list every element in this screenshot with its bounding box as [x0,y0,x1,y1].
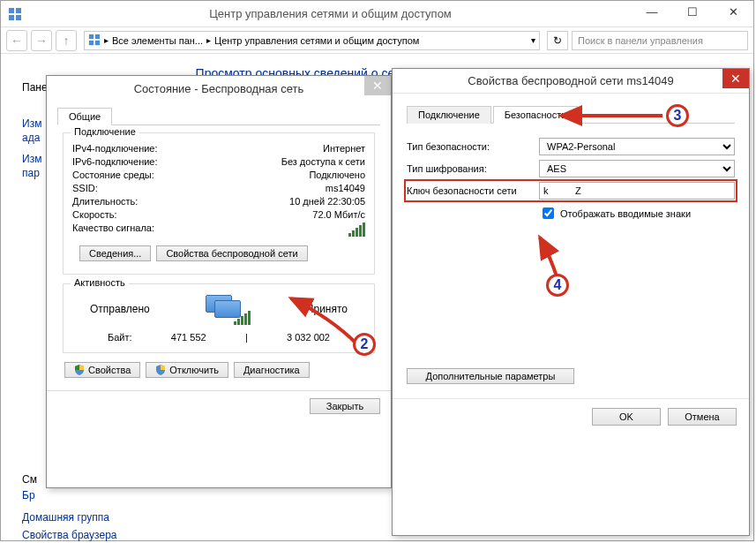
status-close-button[interactable]: ✕ [364,76,391,95]
cancel-button[interactable]: Отмена [668,408,737,426]
ipv4-value: Интернет [323,143,365,154]
sent-bytes: 471 552 [171,332,206,343]
signal-label: Качество сигнала: [72,222,154,237]
tab-connection[interactable]: Подключение [407,106,491,124]
svg-rect-7 [95,40,100,44]
svg-rect-5 [95,34,100,38]
connection-group: Подключение IPv4-подключение:Интернет IP… [63,132,375,275]
breadcrumb-icon [88,34,101,48]
annotation-2: 2 [353,333,376,356]
maximize-button[interactable]: ☐ [672,3,713,20]
window-title: Центр управления сетями и общим доступом [29,7,632,20]
ipv6-value: Без доступа к сети [281,156,365,167]
sent-label: Отправлено [90,303,150,315]
ssid-value: ms14049 [326,183,365,193]
browser-props-link[interactable]: Свойства браузера [22,529,117,541]
sec-type-select[interactable]: WPA2-Personal [539,138,735,155]
breadcrumb-part2[interactable]: Центр управления сетями и общим доступом [214,35,419,46]
back-button[interactable]: ← [6,30,27,51]
homegroup-link[interactable]: Домашняя группа [22,511,109,524]
partial-label-3[interactable]: ада [22,132,40,144]
search-input[interactable]: Поиск в панели управления [572,31,748,50]
activity-group-label: Активность [71,277,129,288]
show-chars-checkbox[interactable] [543,207,554,219]
activity-icon [206,295,251,323]
partial-label-2[interactable]: Изм [22,117,41,130]
ssid-label: SSID: [72,183,98,193]
duration-value: 10 дней 22:30:05 [289,196,365,207]
toolbar: ← → ↑ ▸ Все элементы пан... ▸ Центр упра… [1,27,753,54]
svg-rect-0 [9,8,14,13]
breadcrumb[interactable]: ▸ Все элементы пан... ▸ Центр управления… [84,31,540,50]
partial-label-7[interactable]: Бр [22,489,35,502]
partial-label-6: См [22,473,37,486]
media-label: Состояние среды: [72,170,154,180]
duration-label: Длительность: [72,196,138,207]
bytes-label: Байт: [108,332,132,343]
svg-rect-4 [89,34,94,38]
titlebar: Центр управления сетями и общим доступом… [1,1,753,27]
props-close-button[interactable]: ✕ [722,69,749,88]
ok-button[interactable]: OK [592,408,661,426]
annotation-4: 4 [546,274,569,297]
svg-rect-1 [16,8,21,13]
shield-icon [155,365,166,375]
svg-rect-2 [9,15,14,20]
speed-label: Скорость: [72,209,117,220]
enc-type-label: Тип шифрования: [407,163,539,174]
connection-group-label: Подключение [71,126,139,137]
close-button[interactable]: ✕ [713,3,753,20]
refresh-button[interactable]: ↻ [547,31,568,50]
signal-icon [348,222,365,237]
annotation-3: 3 [666,104,689,127]
media-value: Подключено [309,170,365,180]
enc-type-select[interactable]: AES [539,160,735,177]
forward-button[interactable]: → [31,30,52,51]
tab-general[interactable]: Общие [57,108,112,125]
arrow-3 [552,105,667,132]
properties-button[interactable]: Свойства [64,362,140,378]
app-icon [8,7,22,21]
wifi-props-dialog: Свойства беспроводной сети ms14049 ✕ Под… [392,68,750,536]
breadcrumb-part1[interactable]: Все элементы пан... [112,35,203,46]
svg-rect-6 [89,40,94,44]
status-dialog-title: Состояние - Беспроводная сеть ✕ [47,76,391,101]
ipv6-label: IPv6-подключение: [72,156,158,167]
partial-label-5[interactable]: пар [22,167,40,179]
close-dialog-button[interactable]: Закрыть [310,398,380,414]
details-button[interactable]: Сведения... [79,245,151,261]
partial-label-4[interactable]: Изм [22,153,41,165]
minimize-button[interactable]: — [632,3,672,20]
shield-icon [74,365,85,375]
wifi-props-button[interactable]: Свойства беспроводной сети [156,245,307,261]
diagnose-button[interactable]: Диагностика [234,362,310,378]
speed-value: 72.0 Мбит/с [312,209,365,220]
ipv4-label: IPv4-подключение: [72,143,158,154]
sec-type-label: Тип безопасности: [407,141,539,152]
svg-rect-3 [16,15,21,20]
key-input[interactable] [539,182,735,200]
props-dialog-title: Свойства беспроводной сети ms14049 ✕ [393,69,749,94]
disconnect-button[interactable]: Отключить [146,362,228,378]
advanced-button[interactable]: Дополнительные параметры [407,368,574,384]
show-chars-label: Отображать вводимые знаки [560,208,691,219]
up-button[interactable]: ↑ [56,30,77,51]
status-dialog: Состояние - Беспроводная сеть ✕ Общие По… [46,75,392,488]
key-label: Ключ безопасности сети [407,185,539,196]
